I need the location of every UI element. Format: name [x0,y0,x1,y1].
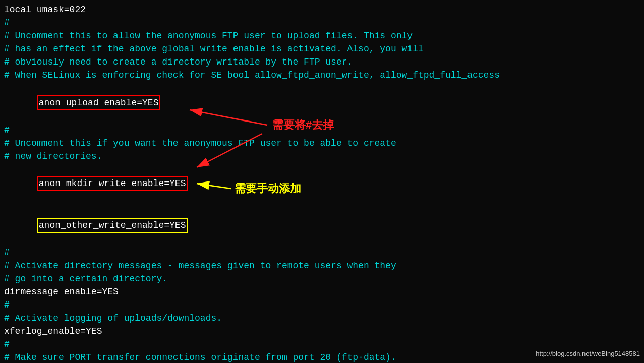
line-10: # new directories. [4,150,640,163]
line-9: # Uncomment this if you want the anonymo… [4,137,640,150]
line-15: # go into a certain directory. [4,272,640,285]
line-5: # obviously need to create a directory w… [4,55,640,69]
watermark: http://blog.csdn.net/weBing5148581 [536,349,640,359]
line-1: local_umask=022 [4,3,640,16]
terminal: local_umask=022 # # Uncomment this to al… [0,0,644,363]
anon-upload-enable: anon_upload_enable=YES [37,95,161,110]
line-12-highlight: anon_other_write_enable=YES [4,204,640,246]
line-6: # When SELinux is enforcing check for SE… [4,69,640,82]
anon-other-write-enable: anon_other_write_enable=YES [37,218,188,233]
line-3: # Uncomment this to allow the anonymous … [4,29,640,42]
line-17: # [4,298,640,312]
line-16: dirmessage_enable=YES [4,285,640,298]
code-content: local_umask=022 # # Uncomment this to al… [4,3,640,363]
line-7-highlight: anon_upload_enable=YES [4,82,640,124]
line-11-highlight: anon_mkdir_write_enable=YES [4,163,640,204]
line-14: # Activate directory messages - messages… [4,259,640,272]
line-2: # [4,16,640,29]
line-19: xferlog_enable=YES [4,325,640,338]
line-18: # Activate logging of uploads/downloads. [4,312,640,325]
line-13: # [4,246,640,259]
line-8: # [4,124,640,137]
anon-mkdir-write-enable: anon_mkdir_write_enable=YES [37,176,188,191]
line-4: # has an effect if the above global writ… [4,42,640,55]
